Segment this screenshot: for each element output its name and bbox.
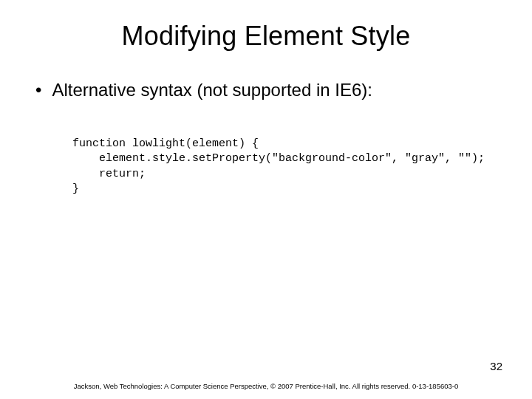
code-block: function lowlight(element) { element.sty… [72, 137, 502, 197]
bullet-item: • Alternative syntax (not supported in I… [35, 78, 502, 101]
slide: Modifying Element Style • Alternative sy… [0, 0, 532, 399]
bullet-marker: • [35, 78, 41, 101]
page-number: 32 [490, 360, 502, 372]
bullet-text: Alternative syntax (not supported in IE6… [52, 78, 372, 101]
slide-title: Modifying Element Style [30, 21, 502, 52]
footer-citation: Jackson, Web Technologies: A Computer Sc… [0, 382, 532, 390]
